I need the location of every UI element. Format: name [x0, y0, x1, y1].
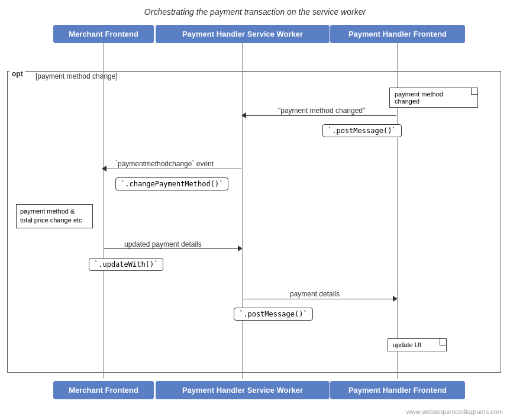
method-postmsg2: `.postMessage()`	[234, 308, 313, 321]
opt-label: opt	[9, 70, 25, 78]
arrow4-label: payment details	[290, 290, 340, 298]
arrow2-label: `paymentmethodchange` event	[115, 160, 214, 168]
lifeline-merchant-bottom: Merchant Frontend	[53, 381, 154, 399]
method-changepm: `.changePaymentMethod()`	[115, 177, 228, 190]
lifeline-line-merchant	[103, 43, 104, 379]
lifeline-line-serviceworker	[242, 43, 243, 379]
watermark: www.websequencediagrams.com	[406, 408, 503, 415]
opt-condition: [payment method change]	[35, 71, 118, 82]
arrow3-label: updated payment details	[124, 240, 202, 248]
arrow4-line	[243, 299, 396, 299]
side-note: payment method &total price change etc	[16, 204, 93, 228]
arrow2-line	[104, 169, 241, 169]
diagram-title: Orchestrating the payment transaction on…	[0, 0, 510, 21]
method-updatewith: `.updateWith()`	[89, 258, 163, 271]
lifeline-serviceworker-top: Payment Handler Service Worker	[156, 25, 330, 43]
note-paymentmethodchanged: payment method changed	[389, 88, 478, 108]
arrow4-head	[393, 296, 398, 302]
lifeline-serviceworker-bottom: Payment Handler Service Worker	[156, 381, 330, 399]
diagram-container: Orchestrating the payment transaction on…	[0, 0, 510, 420]
lifeline-phfrontend-top: Payment Handler Frontend	[330, 25, 465, 43]
arrow1-head	[241, 112, 246, 118]
note-updateui: update UI	[388, 338, 447, 351]
lifeline-phfrontend-bottom: Payment Handler Frontend	[330, 381, 465, 399]
arrow1-line	[244, 115, 396, 116]
arrow1-label: "payment method changed"	[278, 106, 365, 115]
arrow3-line	[104, 248, 241, 249]
arrow2-head	[102, 166, 106, 172]
lifeline-merchant-top: Merchant Frontend	[53, 25, 154, 43]
method-postmsg1: `.postMessage()`	[322, 124, 402, 137]
arrow3-head	[238, 245, 243, 251]
